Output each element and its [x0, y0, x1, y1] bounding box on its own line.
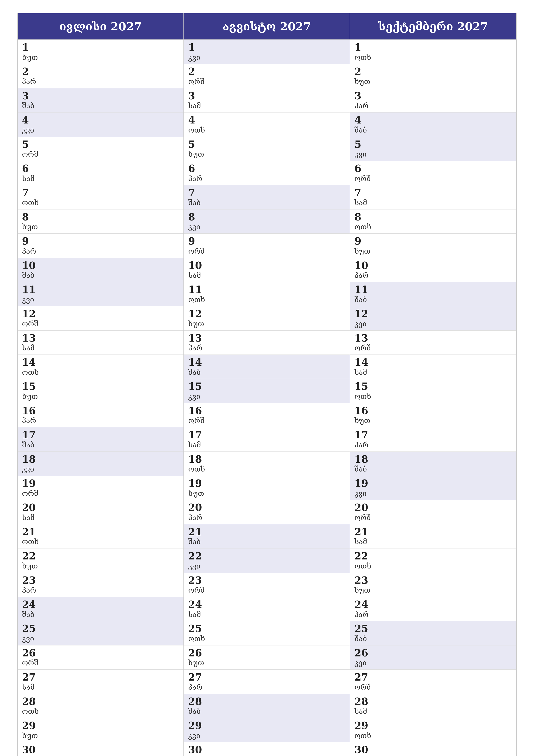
day-name: სამ: [354, 198, 512, 207]
day-number: 13: [354, 333, 512, 344]
day-name: სამ: [354, 707, 512, 716]
day-name: პარ: [354, 610, 512, 619]
day-name: ხუთ: [188, 659, 345, 667]
day-number: 9: [22, 236, 179, 247]
day-number: 24: [22, 599, 179, 610]
day-name: შაბ: [22, 101, 179, 110]
day-name: კვი: [354, 489, 512, 498]
day-number: 26: [354, 648, 512, 659]
day-name: ოთხ: [188, 634, 345, 643]
day-number: 3: [22, 91, 179, 101]
day-row: 12კვი: [350, 306, 516, 330]
page: ივლისი 20271ხუთ2პარ3შაბ4კვი5ორშ6სამ7ოთხ8…: [0, 0, 534, 756]
day-name: შაბ: [354, 126, 512, 134]
day-row: 1ოთხ: [350, 40, 516, 64]
day-row: 28ოთხ: [18, 694, 184, 718]
day-name: ორშ: [188, 416, 345, 425]
day-row: 25ოთხ: [184, 621, 350, 645]
day-number: 3: [354, 91, 512, 101]
day-row: 18შაბ: [350, 452, 516, 476]
day-number: 17: [22, 429, 179, 441]
day-number: 19: [188, 478, 345, 489]
day-row: 19კვი: [350, 476, 516, 500]
day-row: 21სამ: [350, 524, 516, 549]
day-number: 2: [354, 66, 512, 77]
day-name: ოთხ: [188, 126, 345, 134]
day-number: 2: [22, 66, 179, 77]
month-header-1: აგვისტო 2027: [184, 14, 350, 40]
day-row: 10შაბ: [18, 258, 184, 282]
day-row: 29კვი: [184, 718, 350, 742]
day-row: 9ორშ: [184, 233, 350, 258]
day-row: 5ორშ: [18, 137, 184, 161]
day-name: სამ: [22, 343, 179, 352]
day-number: 13: [22, 333, 179, 344]
day-name: სამ: [188, 271, 345, 280]
day-row: 10პარ: [350, 258, 516, 282]
day-name: ოთხ: [354, 53, 512, 62]
day-number: 21: [188, 526, 345, 537]
day-name: ორშ: [354, 683, 512, 691]
day-name: პარ: [22, 416, 179, 425]
day-number: 6: [354, 163, 512, 174]
day-number: 9: [354, 236, 512, 247]
day-row: 11ოთხ: [184, 282, 350, 306]
day-row: 19ხუთ: [184, 476, 350, 500]
day-number: 22: [354, 551, 512, 562]
day-number: 10: [188, 260, 345, 271]
day-row: 22კვი: [184, 549, 350, 573]
day-name: კვი: [188, 392, 345, 401]
day-row: 9ხუთ: [350, 233, 516, 258]
day-number: 12: [22, 309, 179, 319]
day-name: ოთხ: [188, 465, 345, 473]
day-number: 8: [354, 212, 512, 223]
day-number: 16: [22, 405, 179, 417]
day-number: 8: [22, 212, 179, 223]
day-row: 8ოთხ: [350, 209, 516, 233]
day-number: 23: [188, 575, 345, 586]
day-name: შაბ: [354, 465, 512, 473]
day-row: 24სამ: [184, 597, 350, 621]
day-name: ხუთ: [22, 222, 179, 231]
day-name: კვი: [188, 222, 345, 231]
day-row: 8ხუთ: [18, 209, 184, 233]
day-number: 21: [22, 526, 179, 537]
day-name: პარ: [22, 247, 179, 256]
day-number: 15: [22, 381, 179, 392]
day-number: 28: [354, 696, 512, 707]
day-row: 20ორშ: [350, 500, 516, 524]
day-row: 12ორშ: [18, 306, 184, 330]
day-name: კვი: [354, 659, 512, 667]
day-row: 17სამ: [184, 427, 350, 451]
day-name: ხუთ: [188, 150, 345, 159]
day-row: 12ხუთ: [184, 306, 350, 330]
day-number: 11: [188, 284, 345, 295]
day-row: 23ხუთ: [350, 573, 516, 597]
day-name: სამ: [22, 174, 179, 183]
day-name: კვი: [22, 465, 179, 473]
day-name: ოთხ: [22, 537, 179, 546]
day-name: შაბ: [22, 271, 179, 280]
day-row: 13პარ: [184, 331, 350, 355]
day-number: 23: [22, 575, 179, 586]
day-name: შაბ: [188, 198, 345, 207]
day-name: სამ: [22, 683, 179, 691]
day-number: 16: [188, 405, 345, 417]
day-row: 5ხუთ: [184, 137, 350, 161]
day-number: 3: [188, 91, 345, 101]
day-number: 19: [22, 478, 179, 489]
day-row: 30პარ: [18, 742, 184, 756]
day-row: 21ოთხ: [18, 524, 184, 549]
day-row: 29ოთხ: [350, 718, 516, 742]
day-number: 7: [188, 187, 345, 198]
day-row: 22ოთხ: [350, 549, 516, 573]
day-name: ხუთ: [354, 416, 512, 425]
day-name: ოთხ: [354, 222, 512, 231]
day-name: სამ: [22, 513, 179, 522]
day-name: ოთხ: [354, 392, 512, 401]
day-number: 23: [354, 575, 512, 586]
day-row: 20სამ: [18, 500, 184, 524]
day-row: 6პარ: [184, 161, 350, 185]
day-row: 1ხუთ: [18, 40, 184, 64]
month-column-2: სექტემბერი 20271ოთხ2ხუთ3პარ4შაბ5კვი6ორშ7…: [350, 14, 516, 756]
